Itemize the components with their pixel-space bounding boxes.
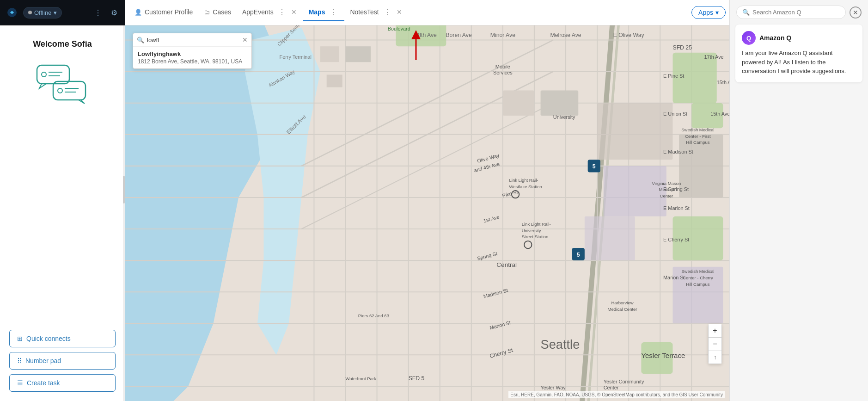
svg-text:SFD 25: SFD 25 bbox=[672, 44, 692, 51]
svg-text:15th Ave: 15th Ave bbox=[717, 80, 729, 85]
notestest-close-button[interactable]: ✕ bbox=[396, 9, 403, 15]
search-bar-q[interactable]: 🔍 bbox=[736, 6, 846, 19]
tab-appevents-label: AppEvents bbox=[242, 8, 274, 16]
amazon-q-message: I am your live Amazon Q assistant powere… bbox=[742, 49, 856, 76]
svg-text:Medical: Medical bbox=[659, 187, 674, 192]
right-panel-header: 🔍 ✕ bbox=[730, 0, 868, 25]
tab-cases-label: Cases bbox=[213, 8, 231, 16]
svg-text:17th Ave: 17th Ave bbox=[704, 54, 724, 60]
svg-text:Services: Services bbox=[493, 70, 513, 75]
svg-text:Central: Central bbox=[496, 261, 517, 268]
cases-icon: 🗂 bbox=[204, 9, 210, 16]
number-pad-button[interactable]: ⠿ Number pad bbox=[9, 352, 116, 370]
settings-button[interactable]: ⚙ bbox=[109, 6, 119, 19]
svg-text:5: 5 bbox=[577, 252, 580, 258]
svg-rect-55 bbox=[604, 166, 666, 216]
amazon-q-title-row: Q Amazon Q bbox=[742, 31, 856, 45]
appevents-more-button[interactable]: ⋮ bbox=[276, 7, 287, 18]
right-panel: 🔍 ✕ Q Amazon Q I am your live Amazon Q a… bbox=[729, 0, 868, 401]
notestest-more-button[interactable]: ⋮ bbox=[382, 7, 393, 18]
svg-text:Street Station: Street Station bbox=[522, 234, 549, 239]
main-content: 👤 Customer Profile 🗂 Cases AppEvents ⋮ ✕… bbox=[125, 0, 729, 401]
quick-connects-label: Quick connects bbox=[26, 335, 71, 342]
amazon-q-name: Amazon Q bbox=[759, 34, 791, 42]
svg-text:Mobile: Mobile bbox=[495, 64, 510, 69]
apps-arrow: ▾ bbox=[715, 9, 719, 16]
appevents-close-button[interactable]: ✕ bbox=[290, 9, 298, 15]
svg-text:E Pine St: E Pine St bbox=[663, 73, 684, 79]
quick-connects-button[interactable]: ⊞ Quick connects bbox=[9, 330, 116, 347]
quick-connects-icon: ⊞ bbox=[17, 335, 23, 342]
create-task-label: Create task bbox=[27, 379, 60, 387]
map-search-result[interactable]: Lowflyinghawk 1812 Boren Ave, Seattle, W… bbox=[133, 46, 251, 68]
zoom-north-button[interactable]: ↑ bbox=[709, 351, 721, 364]
more-options-button[interactable]: ⋮ bbox=[92, 6, 104, 19]
dropdown-arrow: ▾ bbox=[54, 9, 57, 16]
svg-rect-53 bbox=[597, 103, 672, 160]
welcome-text: Welcome Sofia bbox=[33, 39, 92, 49]
map-attribution: Esri, HERE, Garmin, FAO, NOAA, USGS, © O… bbox=[508, 391, 725, 398]
svg-text:E Madison St: E Madison St bbox=[663, 149, 693, 154]
svg-text:Swedish Medical: Swedish Medical bbox=[681, 127, 714, 132]
zoom-out-button[interactable]: − bbox=[709, 338, 721, 351]
zoom-in-button[interactable]: + bbox=[709, 324, 721, 337]
number-pad-icon: ⠿ bbox=[17, 357, 22, 364]
tab-maps[interactable]: Maps ⋮ bbox=[303, 4, 345, 21]
scrollbar-thumb[interactable] bbox=[123, 176, 125, 204]
q-search-icon: 🔍 bbox=[742, 9, 750, 16]
svg-point-2 bbox=[42, 72, 46, 77]
svg-text:Hill Campus: Hill Campus bbox=[686, 140, 710, 145]
create-task-icon: ☰ bbox=[17, 379, 23, 387]
svg-text:Yesler Community: Yesler Community bbox=[604, 379, 644, 384]
svg-text:Piers 62 And 63: Piers 62 And 63 bbox=[358, 313, 389, 318]
svg-text:Swedish Medical: Swedish Medical bbox=[681, 269, 714, 274]
offline-status-button[interactable]: Offline ▾ bbox=[23, 7, 62, 19]
amazon-q-search-input[interactable] bbox=[752, 9, 840, 16]
apps-button[interactable]: Apps ▾ bbox=[691, 6, 726, 19]
svg-text:E Olive Way: E Olive Way bbox=[613, 32, 645, 38]
svg-text:5: 5 bbox=[593, 163, 596, 170]
tab-customer-profile-label: Customer Profile bbox=[145, 8, 193, 16]
svg-text:Melrose Ave: Melrose Ave bbox=[550, 32, 581, 38]
result-address: 1812 Boren Ave, Seattle, WA, 98101, USA bbox=[138, 58, 247, 65]
map-svg: 8th Ave Boren Ave Minor Ave Melrose Ave … bbox=[125, 25, 729, 401]
map-search-input-row: 🔍 ✕ bbox=[133, 33, 251, 46]
svg-text:Waterfront Park: Waterfront Park bbox=[346, 376, 377, 381]
amazon-q-card: Q Amazon Q I am your live Amazon Q assis… bbox=[735, 25, 862, 82]
top-bar: Offline ▾ ⋮ ⚙ bbox=[0, 0, 125, 25]
svg-text:Center: Center bbox=[660, 193, 673, 198]
svg-text:Yesler Terrace: Yesler Terrace bbox=[641, 352, 685, 359]
search-icon: 🔍 bbox=[137, 37, 144, 43]
svg-rect-48 bbox=[320, 46, 339, 62]
maps-more-button[interactable]: ⋮ bbox=[328, 7, 339, 18]
svg-text:Yesler Way: Yesler Way bbox=[541, 385, 566, 390]
map-area[interactable]: 8th Ave Boren Ave Minor Ave Melrose Ave … bbox=[125, 25, 729, 401]
close-panel-button[interactable]: ✕ bbox=[850, 6, 862, 19]
customer-profile-icon: 👤 bbox=[134, 9, 142, 16]
create-task-button[interactable]: ☰ Create task bbox=[9, 374, 116, 392]
svg-text:Link Light Rail-: Link Light Rail- bbox=[522, 222, 551, 227]
svg-rect-49 bbox=[346, 46, 371, 62]
svg-text:Boulevard: Boulevard bbox=[388, 26, 410, 31]
chat-illustration bbox=[35, 63, 90, 106]
map-search-clear-button[interactable]: ✕ bbox=[242, 36, 248, 43]
map-search-box: 🔍 ✕ Lowflyinghawk 1812 Boren Ave, Seattl… bbox=[133, 33, 252, 69]
svg-rect-52 bbox=[541, 91, 579, 116]
svg-text:Hill Campus: Hill Campus bbox=[686, 282, 710, 287]
tab-appevents[interactable]: AppEvents ⋮ ✕ bbox=[237, 4, 303, 21]
svg-text:Center - Cherry: Center - Cherry bbox=[683, 275, 713, 280]
left-sidebar: Offline ▾ ⋮ ⚙ Welcome Sofia bbox=[0, 0, 125, 401]
svg-rect-51 bbox=[503, 91, 534, 116]
svg-rect-50 bbox=[327, 74, 342, 87]
scrollbar-track bbox=[123, 25, 125, 401]
tab-cases[interactable]: 🗂 Cases bbox=[198, 6, 237, 19]
status-dot bbox=[28, 11, 32, 14]
map-search-input[interactable] bbox=[147, 37, 239, 43]
svg-text:Westlake Station: Westlake Station bbox=[509, 184, 542, 189]
tab-customer-profile[interactable]: 👤 Customer Profile bbox=[129, 6, 198, 19]
tab-notestest[interactable]: NotesTest ⋮ ✕ bbox=[344, 4, 408, 21]
svg-text:University: University bbox=[553, 114, 575, 120]
svg-text:Marion St: Marion St bbox=[663, 275, 685, 280]
svg-text:SFD 5: SFD 5 bbox=[409, 375, 425, 382]
svg-rect-57 bbox=[585, 216, 635, 260]
